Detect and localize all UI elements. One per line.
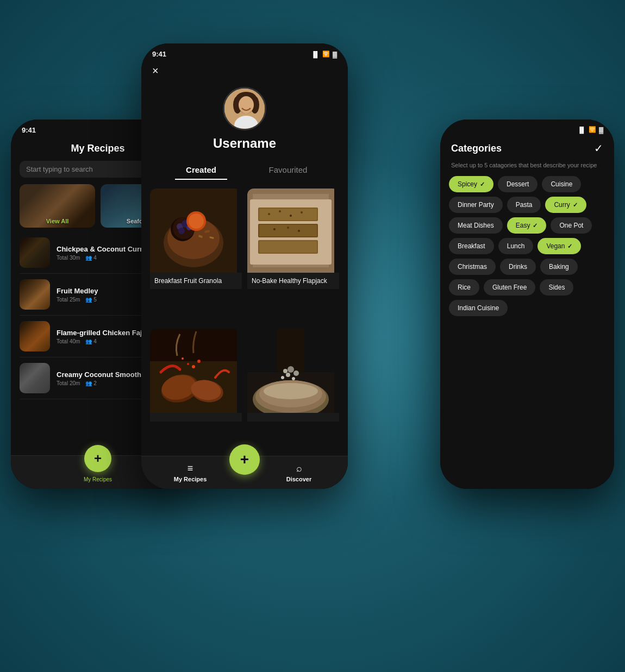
- svg-point-33: [301, 211, 303, 213]
- center-bottom-nav: + ≡ My Recipes ⌕ Discover: [141, 456, 348, 489]
- chip-cuisine[interactable]: Cuisine: [542, 176, 581, 192]
- svg-point-55: [286, 373, 290, 377]
- smoothie-image: [20, 363, 50, 393]
- grid-item-4[interactable]: [247, 329, 339, 456]
- nav-recipes-icon-center: ≡: [188, 463, 193, 474]
- tab-created[interactable]: Created: [158, 160, 245, 180]
- chip-meat-dishes[interactable]: Meat Dishes: [449, 217, 503, 234]
- fab-left[interactable]: +: [84, 445, 111, 472]
- svg-point-36: [298, 230, 300, 232]
- recipe-title-1: Chickpea & Coconut Curry: [57, 245, 146, 253]
- recipe-title-4: Creamy Coconut Smoothie: [57, 370, 147, 379]
- chip-vegan[interactable]: Vegan ✓: [538, 238, 581, 254]
- chip-drinks[interactable]: Drinks: [500, 259, 536, 275]
- grid-label-3: [150, 413, 242, 422]
- categories-grid: Spicey ✓ Dessert Cuisine Dinner Party Pa…: [440, 176, 614, 316]
- search-placeholder: Start typing to search: [26, 165, 93, 173]
- svg-point-58: [283, 369, 288, 373]
- chip-sides[interactable]: Sides: [540, 279, 573, 296]
- close-button[interactable]: ×: [152, 65, 159, 77]
- tab-favourited[interactable]: Favourited: [245, 160, 332, 180]
- svg-point-32: [290, 215, 292, 217]
- grid-item-2[interactable]: No-Bake Healthy Flapjack: [247, 189, 339, 323]
- nav-discover[interactable]: ⌕ Discover: [266, 463, 332, 482]
- chip-dinner-party-label: Dinner Party: [458, 201, 494, 209]
- chip-gluten-free[interactable]: Gluten Free: [484, 279, 535, 296]
- chip-dessert[interactable]: Dessert: [498, 176, 538, 192]
- chip-spicey[interactable]: Spicey ✓: [449, 176, 493, 192]
- svg-point-35: [287, 227, 289, 229]
- chip-breakfast-label: Breakfast: [458, 242, 485, 250]
- granola-svg: [150, 189, 237, 273]
- profile-tabs: Created Favourited: [141, 160, 348, 180]
- recipe-title-3: Flame-grilled Chicken Fajit...: [57, 329, 152, 337]
- thumb-view-all[interactable]: View All: [20, 184, 95, 228]
- nav-my-recipes-center[interactable]: ≡ My Recipes: [158, 463, 223, 482]
- chip-meat-dishes-label: Meat Dishes: [458, 222, 494, 229]
- chip-pasta-label: Pasta: [516, 201, 533, 209]
- recipe-info-3: Flame-grilled Chicken Fajit... Total 40m…: [57, 329, 152, 344]
- chip-lunch[interactable]: Lunch: [498, 238, 534, 254]
- notch-center: [209, 43, 280, 59]
- chip-curry-check: ✓: [573, 202, 578, 209]
- chip-indian-cuisine[interactable]: Indian Cuisine: [449, 300, 508, 316]
- recipe-servings-4: 👥 2: [85, 380, 96, 386]
- grid-label-1: Breakfast Fruit Granola: [150, 273, 242, 289]
- chip-sides-label: Sides: [548, 284, 565, 291]
- grid-img-4: [247, 329, 339, 413]
- recipe-img-2: [20, 279, 50, 310]
- notch-right: [492, 120, 562, 135]
- avatar: [223, 87, 266, 130]
- chip-baking[interactable]: Baking: [540, 259, 578, 275]
- grid-label-2: No-Bake Healthy Flapjack: [247, 273, 339, 289]
- chicken-image-small: [20, 321, 50, 351]
- svg-point-57: [293, 370, 299, 376]
- wifi-icon-center: 🛜: [322, 51, 330, 58]
- categories-title: Categories: [451, 143, 502, 154]
- fab-icon-center: +: [240, 451, 249, 468]
- recipe-grid: Breakfast Fruit Granola: [141, 189, 348, 456]
- chip-one-pot-label: One Pot: [559, 222, 583, 229]
- chip-rice-label: Rice: [458, 284, 471, 291]
- chicken-svg: [150, 329, 237, 413]
- fab-icon-left: +: [94, 451, 102, 466]
- recipe-servings-1: 👥 4: [85, 255, 96, 261]
- bread-svg: [247, 329, 334, 413]
- chip-breakfast[interactable]: Breakfast: [449, 238, 494, 254]
- chip-curry[interactable]: Curry ✓: [545, 197, 586, 213]
- username: Username: [213, 136, 276, 151]
- recipe-info-4: Creamy Coconut Smoothie Total 20m 👥 2: [57, 370, 147, 386]
- grid-img-2: [247, 189, 339, 273]
- svg-point-59: [288, 366, 294, 373]
- recipe-meta-4: Total 20m 👥 2: [57, 380, 147, 386]
- svg-point-45: [197, 360, 201, 363]
- chip-pasta[interactable]: Pasta: [507, 197, 541, 213]
- chip-baking-label: Baking: [549, 263, 569, 271]
- chip-christmas[interactable]: Christmas: [449, 259, 496, 275]
- recipe-time-3: Total 40m: [57, 338, 80, 344]
- grid-item-1[interactable]: Breakfast Fruit Granola: [150, 189, 242, 323]
- grid-label-4: [247, 413, 339, 422]
- center-header: ×: [141, 60, 348, 81]
- chip-vegan-label: Vegan: [546, 242, 565, 250]
- chip-gluten-free-label: Gluten Free: [492, 284, 527, 291]
- categories-subtitle: Select up to 5 catagories that best desc…: [440, 161, 614, 176]
- chip-one-pot[interactable]: One Pot: [551, 217, 592, 234]
- chip-vegan-check: ✓: [567, 243, 572, 250]
- chip-dinner-party[interactable]: Dinner Party: [449, 197, 503, 213]
- granola-image-small: [20, 279, 50, 310]
- phone-right: ▐▌ 🛜 ▓ Categories ✓ Select up to 5 catag…: [440, 120, 614, 489]
- chip-rice[interactable]: Rice: [449, 279, 479, 296]
- fab-center[interactable]: +: [229, 444, 260, 475]
- nav-discover-label: Discover: [286, 476, 311, 482]
- chip-spicey-label: Spicey: [458, 180, 477, 188]
- confirm-button[interactable]: ✓: [594, 142, 603, 155]
- chip-cuisine-label: Cuisine: [551, 180, 572, 188]
- svg-rect-25: [259, 209, 317, 220]
- recipe-img-1: [20, 237, 50, 268]
- chip-easy[interactable]: Easy ✓: [507, 217, 547, 234]
- grid-item-3[interactable]: [150, 329, 242, 456]
- chip-dessert-label: Dessert: [507, 180, 529, 188]
- avatar-svg: [224, 89, 266, 130]
- svg-rect-29: [259, 241, 317, 253]
